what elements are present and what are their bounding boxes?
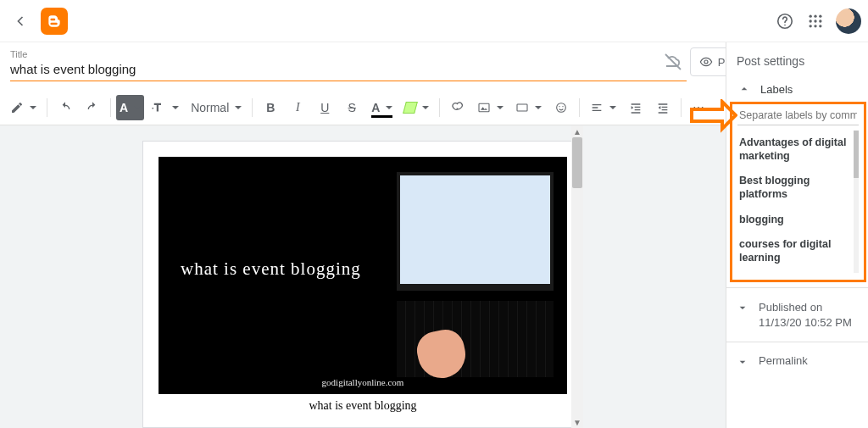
label-option[interactable]: Best blogging platforms	[737, 169, 859, 207]
label-option[interactable]: blogging	[737, 208, 859, 233]
redo-button[interactable]	[80, 95, 105, 120]
labels-scroll-thumb[interactable]	[854, 131, 859, 178]
svg-point-4	[819, 14, 821, 17]
svg-point-6	[814, 19, 816, 22]
font-family-dropdown[interactable]: A	[116, 95, 144, 120]
published-on-toggle[interactable]: Published on 11/13/20 10:52 PM	[726, 293, 868, 336]
photo-laptop-screen	[397, 172, 554, 291]
svg-rect-13	[517, 104, 527, 111]
chevron-down-icon	[735, 354, 750, 370]
back-button[interactable]	[7, 8, 34, 35]
italic-button[interactable]: I	[285, 95, 310, 120]
svg-point-16	[563, 106, 564, 107]
text-color-label: A	[371, 101, 380, 114]
svg-point-15	[559, 106, 560, 107]
bold-button[interactable]: B	[258, 95, 283, 120]
annotation-arrow-icon	[690, 99, 737, 133]
image-caption[interactable]: what is event blogging	[143, 397, 582, 418]
font-family-label: A	[120, 101, 128, 114]
post-settings-sidebar: Post settings Labels Advantages of digit…	[726, 42, 868, 428]
paragraph-style-dropdown[interactable]: Normal	[186, 95, 247, 120]
align-dropdown[interactable]	[585, 95, 621, 120]
chevron-down-icon	[735, 300, 750, 315]
scroll-down-arrow[interactable]: ▼	[571, 416, 583, 428]
svg-rect-12	[479, 103, 489, 111]
labels-section-toggle[interactable]: Labels	[726, 75, 868, 103]
published-on-label: Published on	[759, 301, 822, 314]
labels-input[interactable]	[737, 106, 859, 125]
insert-video-dropdown[interactable]	[510, 95, 547, 120]
labels-suggestion-list: Advantages of digital marketing Best blo…	[737, 131, 859, 273]
strikethrough-button[interactable]: S	[339, 95, 364, 120]
editor-scrollbar[interactable]: ▲ ▼	[571, 125, 583, 428]
editor-page[interactable]: what is event blogging godigitallyonline…	[142, 141, 583, 428]
undo-button[interactable]	[53, 95, 78, 120]
labels-scrollbar[interactable]	[854, 131, 859, 273]
post-image[interactable]: what is event blogging godigitallyonline…	[159, 157, 567, 394]
title-field-wrap: Title	[0, 42, 726, 81]
sidebar-title: Post settings	[726, 42, 868, 75]
indent-decrease-button[interactable]	[650, 95, 676, 120]
image-site-watermark: godigitallyonline.com	[322, 377, 404, 387]
compose-mode-dropdown[interactable]	[5, 95, 42, 120]
highlight-icon	[403, 102, 418, 114]
cloud-off-icon	[661, 50, 685, 74]
apps-icon[interactable]	[800, 6, 831, 36]
label-option[interactable]: courses for digital learning	[737, 232, 859, 270]
published-on-value: 11/13/20 10:52 PM	[759, 316, 852, 329]
insert-image-dropdown[interactable]	[472, 95, 509, 120]
underline-button[interactable]: U	[312, 95, 337, 120]
blogger-logo	[41, 8, 68, 35]
svg-point-5	[810, 19, 812, 22]
editor-toolbar: A Normal B I U S A	[0, 90, 726, 125]
chevron-up-icon	[737, 81, 752, 97]
insert-emoji-button[interactable]	[548, 95, 574, 120]
svg-point-9	[814, 25, 816, 27]
text-color-dropdown[interactable]: A	[366, 95, 398, 120]
scroll-up-arrow[interactable]: ▲	[571, 125, 583, 137]
scroll-thumb[interactable]	[572, 137, 582, 188]
highlight-color-dropdown[interactable]	[399, 95, 434, 120]
permalink-label: Permalink	[759, 354, 808, 367]
font-size-dropdown[interactable]	[146, 95, 184, 120]
indent-increase-button[interactable]	[623, 95, 648, 120]
svg-point-10	[819, 25, 821, 27]
insert-link-button[interactable]	[445, 95, 470, 120]
svg-point-11	[704, 60, 708, 64]
editor-canvas[interactable]: what is event blogging godigitallyonline…	[0, 125, 726, 428]
svg-point-8	[810, 25, 812, 27]
svg-point-7	[819, 19, 821, 22]
svg-point-2	[810, 14, 812, 17]
svg-point-3	[814, 14, 816, 17]
labels-box: Advantages of digital marketing Best blo…	[730, 102, 866, 282]
image-headline: what is event blogging	[181, 258, 361, 280]
help-icon[interactable]	[770, 6, 800, 36]
svg-point-1	[784, 24, 786, 25]
label-option[interactable]: Digital learning	[737, 270, 859, 273]
paragraph-style-value: Normal	[191, 101, 229, 114]
title-label: Title	[10, 49, 715, 59]
labels-section-label: Labels	[760, 83, 793, 96]
topbar	[0, 0, 868, 42]
title-input[interactable]	[10, 59, 687, 81]
permalink-toggle[interactable]: Permalink	[726, 347, 868, 376]
svg-point-14	[557, 103, 566, 112]
account-avatar[interactable]	[836, 8, 861, 34]
label-option[interactable]: Advantages of digital marketing	[737, 131, 859, 169]
